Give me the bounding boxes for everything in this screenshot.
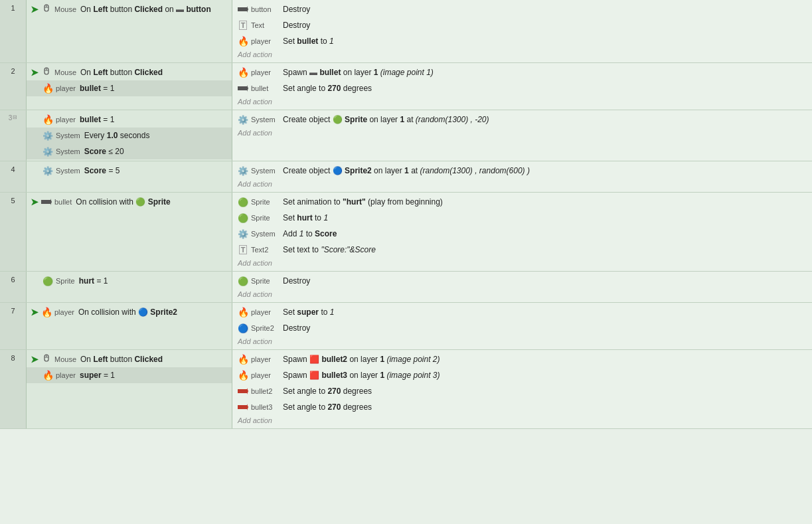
add-action-7[interactable]: Add action bbox=[232, 336, 812, 348]
event-arrow-icon: ➤ bbox=[31, 4, 39, 15]
act-text-2-0: Spawn ▬ bullet on layer 1 (image point 1… bbox=[283, 68, 434, 77]
condition-item-4-0[interactable]: ⚙️SystemScore = 5 bbox=[27, 163, 232, 179]
condition-item-8-1[interactable]: 🔥playersuper = 1 bbox=[27, 367, 232, 383]
event-row-5: 5➤bulletOn collision with 🟢 Sprite🟢Sprit… bbox=[0, 193, 812, 272]
act-text-2-1: Set angle to 270 degrees bbox=[283, 84, 372, 93]
svg-marker-11 bbox=[50, 199, 52, 205]
action-item-7-0[interactable]: 🔥playerSet super to 1 bbox=[232, 304, 812, 320]
player-action-icon: 🔥 bbox=[238, 307, 248, 317]
event-row-4: 4⚙️SystemScore = 5⚙️SystemCreate object … bbox=[0, 161, 812, 193]
action-item-5-1[interactable]: 🟢SpriteSet hurt to 1 bbox=[232, 210, 812, 226]
event-arrow-icon: ➤ bbox=[31, 354, 39, 365]
act-text-3-0: Create object 🟢 Sprite on layer 1 at (ra… bbox=[283, 115, 489, 124]
action-item-4-0[interactable]: ⚙️SystemCreate object 🔵 Sprite2 on layer… bbox=[232, 163, 812, 179]
add-action-8[interactable]: Add action bbox=[232, 415, 812, 427]
action-item-1-0[interactable]: buttonDestroy bbox=[232, 1, 812, 17]
cond-text-3-1: Every 1.0 seconds bbox=[84, 131, 150, 140]
action-item-8-0[interactable]: 🔥playerSpawn 🟥 bullet2 on layer 1 (image… bbox=[232, 351, 812, 367]
event-row-7: 7➤🔥playerOn collision with 🔵 Sprite2🔥pla… bbox=[0, 303, 812, 350]
svg-rect-15 bbox=[238, 389, 247, 393]
conditions-col-3: 🔥playerbullet = 1⚙️SystemEvery 1.0 secon… bbox=[27, 110, 232, 161]
cond-label-8-0: Mouse bbox=[54, 355, 76, 363]
add-action-2[interactable]: Add action bbox=[232, 96, 812, 108]
action-item-1-1[interactable]: TTextDestroy bbox=[232, 17, 812, 33]
bullet-action-icon bbox=[238, 83, 248, 94]
condition-item-3-1[interactable]: ⚙️SystemEvery 1.0 seconds bbox=[27, 128, 232, 143]
act-label-1-2: player bbox=[251, 37, 278, 45]
svg-marker-16 bbox=[247, 388, 248, 394]
event-block-3: 3⊟🔥playerbullet = 1⚙️SystemEvery 1.0 sec… bbox=[0, 110, 812, 161]
condition-item-2-1[interactable]: 🔥playerbullet = 1 bbox=[27, 80, 232, 96]
add-action-6[interactable]: Add action bbox=[232, 289, 812, 301]
act-label-8-1: player bbox=[251, 371, 278, 379]
cond-label-4-0: System bbox=[56, 167, 80, 175]
act-label-8-3: bullet3 bbox=[251, 403, 278, 411]
actions-col-1: buttonDestroyTTextDestroy🔥playerSet bull… bbox=[232, 0, 812, 62]
act-text-5-0: Set animation to "hurt" (play from begin… bbox=[283, 197, 443, 207]
event-row-2: 2➤MouseOn Left button Clicked🔥playerbull… bbox=[0, 63, 812, 110]
svg-marker-18 bbox=[247, 404, 248, 410]
system-action-icon: ⚙️ bbox=[238, 165, 248, 176]
action-item-8-1[interactable]: 🔥playerSpawn 🟥 bullet3 on layer 1 (image… bbox=[232, 367, 812, 383]
cond-label-2-1: player bbox=[56, 84, 76, 92]
player-action-icon: 🔥 bbox=[238, 36, 248, 46]
add-action-1[interactable]: Add action bbox=[232, 49, 812, 61]
bullet-icon bbox=[41, 197, 52, 207]
action-item-8-2[interactable]: bullet2Set angle to 270 degrees bbox=[232, 383, 812, 399]
add-action-4[interactable]: Add action bbox=[232, 179, 812, 191]
condition-item-5-0[interactable]: ➤bulletOn collision with 🟢 Sprite bbox=[27, 194, 232, 210]
condition-item-8-0[interactable]: ➤MouseOn Left button Clicked bbox=[27, 351, 232, 367]
cond-text-3-0: bullet = 1 bbox=[80, 115, 114, 124]
event-arrow-icon: ➤ bbox=[31, 307, 39, 317]
system-action-icon: ⚙️ bbox=[238, 228, 248, 239]
cond-text-8-1: super = 1 bbox=[80, 371, 115, 380]
action-item-2-0[interactable]: 🔥playerSpawn ▬ bullet on layer 1 (image … bbox=[232, 64, 812, 80]
sprite-action-icon: 🟢 bbox=[238, 276, 248, 286]
svg-marker-9 bbox=[247, 85, 248, 92]
conditions-col-4: ⚙️SystemScore = 5 bbox=[27, 161, 232, 192]
actions-col-3: ⚙️SystemCreate object 🟢 Sprite on layer … bbox=[232, 110, 812, 161]
conditions-col-6: 🟢Spritehurt = 1 bbox=[27, 272, 232, 302]
action-item-5-3[interactable]: TText2Set text to "Score:"&Score bbox=[232, 242, 812, 258]
act-label-1-0: button bbox=[251, 5, 278, 13]
cond-label-8-1: player bbox=[56, 371, 76, 379]
cond-text-2-1: bullet = 1 bbox=[80, 84, 114, 93]
action-item-2-1[interactable]: bulletSet angle to 270 degrees bbox=[232, 80, 812, 96]
act-text-5-2: Add 1 to Score bbox=[283, 229, 337, 238]
bullet3-action-icon bbox=[238, 402, 248, 412]
event-arrow-icon: ➤ bbox=[31, 197, 39, 207]
action-item-5-0[interactable]: 🟢SpriteSet animation to "hurt" (play fro… bbox=[232, 194, 812, 210]
act-text-1-2: Set bullet to 1 bbox=[283, 37, 334, 46]
system-icon: ⚙️ bbox=[42, 130, 53, 141]
cond-text-5-0: On collision with 🟢 Sprite bbox=[76, 197, 170, 207]
action-item-8-3[interactable]: bullet3Set angle to 270 degrees bbox=[232, 399, 812, 415]
condition-item-7-0[interactable]: ➤🔥playerOn collision with 🔵 Sprite2 bbox=[27, 304, 232, 320]
bullet-action-icon bbox=[238, 4, 248, 15]
conditions-col-1: ➤MouseOn Left button Clicked on ▬ button bbox=[27, 0, 232, 62]
event-row-8: 8➤MouseOn Left button Clicked🔥playersupe… bbox=[0, 350, 812, 429]
condition-item-3-2[interactable]: ⚙️SystemScore ≤ 20 bbox=[27, 143, 232, 159]
act-text-6-0: Destroy bbox=[283, 276, 310, 286]
action-item-7-1[interactable]: 🔵Sprite2Destroy bbox=[232, 320, 812, 336]
add-action-3[interactable]: Add action bbox=[232, 128, 812, 139]
event-block-4: 4⚙️SystemScore = 5⚙️SystemCreate object … bbox=[0, 161, 812, 193]
cond-text-4-0: Score = 5 bbox=[84, 166, 120, 175]
conditions-col-5: ➤bulletOn collision with 🟢 Sprite bbox=[27, 193, 232, 271]
act-label-7-0: player bbox=[251, 308, 278, 316]
condition-item-1-0[interactable]: ➤MouseOn Left button Clicked on ▬ button bbox=[27, 1, 232, 17]
condition-item-6-0[interactable]: 🟢Spritehurt = 1 bbox=[27, 273, 232, 289]
action-item-1-2[interactable]: 🔥playerSet bullet to 1 bbox=[232, 33, 812, 49]
act-label-2-1: bullet bbox=[251, 84, 278, 92]
condition-item-3-0[interactable]: 🔥playerbullet = 1 bbox=[27, 112, 232, 128]
actions-col-6: 🟢SpriteDestroyAdd action bbox=[232, 272, 812, 302]
condition-item-2-0[interactable]: ➤MouseOn Left button Clicked bbox=[27, 64, 232, 80]
event-block-5: 5➤bulletOn collision with 🟢 Sprite🟢Sprit… bbox=[0, 193, 812, 272]
action-item-6-0[interactable]: 🟢SpriteDestroy bbox=[232, 273, 812, 289]
add-action-5[interactable]: Add action bbox=[232, 258, 812, 270]
row-number-2: 2 bbox=[0, 63, 27, 110]
conditions-col-7: ➤🔥playerOn collision with 🔵 Sprite2 bbox=[27, 303, 232, 349]
system-icon: ⚙️ bbox=[42, 165, 53, 176]
action-item-5-2[interactable]: ⚙️SystemAdd 1 to Score bbox=[232, 226, 812, 242]
action-item-3-0[interactable]: ⚙️SystemCreate object 🟢 Sprite on layer … bbox=[232, 112, 812, 128]
svg-rect-3 bbox=[238, 7, 247, 11]
